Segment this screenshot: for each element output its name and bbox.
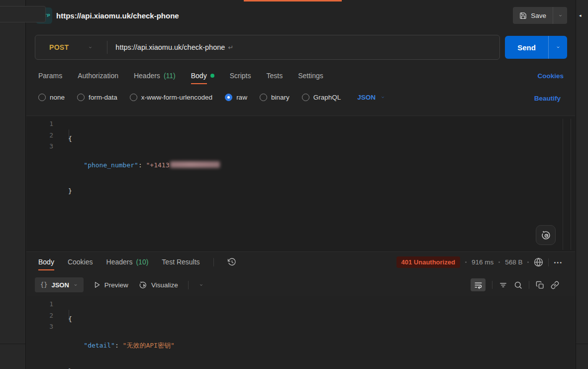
tab-params[interactable]: Params bbox=[38, 72, 62, 84]
radio-icon bbox=[130, 94, 137, 101]
response-body-viewer[interactable]: 1 2 3 { "detail": "无效的API密钥" } bbox=[26, 296, 575, 369]
url-box: POST https://api.xiaomu.uk/check-phone ↵ bbox=[35, 35, 500, 60]
response-size[interactable]: 568 B bbox=[505, 258, 522, 266]
chevron-down-icon[interactable] bbox=[198, 283, 204, 287]
response-toolbar-right bbox=[471, 278, 559, 291]
tab-settings[interactable]: Settings bbox=[298, 72, 323, 84]
response-tab-headers[interactable]: Headers(10) bbox=[106, 258, 149, 270]
tab-authorization[interactable]: Authorization bbox=[78, 72, 118, 84]
chevron-down-icon bbox=[555, 45, 561, 49]
visualize-button[interactable]: Visualize bbox=[138, 280, 178, 289]
editor-scrollbar[interactable] bbox=[563, 119, 563, 250]
response-format-selector[interactable]: {} JSON bbox=[35, 277, 84, 292]
play-icon bbox=[94, 281, 100, 288]
code-line: } bbox=[68, 186, 220, 197]
request-body-editor[interactable]: 1 2 3 { "phone_number": "+1413 } bbox=[26, 116, 575, 251]
response-header: Body Cookies Headers(10) Test Results 40… bbox=[26, 251, 575, 276]
redacted-phone-value bbox=[170, 161, 220, 168]
json-value: "+1413 bbox=[146, 161, 170, 169]
beautify-link[interactable]: Beautify bbox=[534, 95, 561, 102]
save-button-label: Save bbox=[531, 12, 546, 19]
radio-icon bbox=[302, 94, 309, 101]
enter-hint: ↵ bbox=[228, 44, 233, 51]
body-modes: none form-data x-www-form-urlencoded raw… bbox=[38, 94, 386, 101]
cookies-link[interactable]: Cookies bbox=[537, 72, 564, 80]
mode-binary[interactable]: binary bbox=[260, 94, 290, 101]
request-title: https://api.xiaomu.uk/check-phone bbox=[56, 11, 179, 20]
response-body-code: { "detail": "无效的API密钥" } bbox=[68, 299, 175, 369]
response-headers-count: (10) bbox=[136, 258, 148, 266]
tab-scripts[interactable]: Scripts bbox=[230, 72, 251, 84]
radio-icon bbox=[77, 94, 85, 101]
mode-form-data[interactable]: form-data bbox=[77, 94, 117, 101]
wrap-text-icon[interactable] bbox=[471, 278, 486, 291]
separator-dot bbox=[498, 261, 500, 263]
postbot-icon bbox=[540, 230, 551, 241]
request-tabs-row: Params Authorization Headers(11) Body Sc… bbox=[26, 68, 575, 89]
braces-icon: {} bbox=[40, 281, 47, 288]
url-input[interactable]: https://api.xiaomu.uk/check-phone bbox=[115, 43, 225, 51]
save-button-group: Save bbox=[513, 7, 567, 24]
network-globe-icon[interactable] bbox=[534, 257, 543, 267]
divider bbox=[213, 258, 214, 266]
chevron-down-icon[interactable] bbox=[88, 46, 93, 49]
mode-graphql[interactable]: GraphQL bbox=[302, 94, 341, 101]
modified-dot bbox=[210, 74, 214, 78]
filter-icon[interactable] bbox=[499, 281, 507, 289]
tab-tests[interactable]: Tests bbox=[266, 72, 283, 84]
copy-icon[interactable] bbox=[536, 281, 544, 289]
tab-headers[interactable]: Headers(11) bbox=[134, 72, 176, 84]
save-icon bbox=[519, 12, 527, 19]
save-options-button[interactable] bbox=[553, 7, 567, 24]
response-history-icon[interactable] bbox=[227, 257, 236, 266]
send-button-group: Send bbox=[505, 36, 567, 59]
method-selector[interactable]: POST bbox=[49, 43, 69, 51]
url-builder-row: POST https://api.xiaomu.uk/check-phone ↵… bbox=[26, 35, 575, 61]
mode-raw[interactable]: raw bbox=[225, 94, 247, 101]
request-header: → HTTP ← https://api.xiaomu.uk/check-pho… bbox=[26, 0, 575, 32]
request-body-code: { "phone_number": "+1413 } bbox=[68, 119, 220, 212]
response-meta: 401 Unauthorized 916 ms 568 B ••• bbox=[396, 256, 563, 268]
response-tab-test-results[interactable]: Test Results bbox=[162, 258, 199, 270]
search-icon[interactable] bbox=[514, 281, 522, 289]
send-button[interactable]: Send bbox=[505, 36, 548, 59]
request-tabs: Params Authorization Headers(11) Body Sc… bbox=[38, 72, 323, 84]
active-tab-indicator bbox=[244, 0, 342, 1]
sidebar-collapsed-box[interactable] bbox=[0, 6, 46, 22]
body-modes-row: none form-data x-www-form-urlencoded raw… bbox=[26, 92, 575, 108]
response-tab-body[interactable]: Body bbox=[38, 258, 54, 270]
tab-body[interactable]: Body bbox=[191, 72, 214, 84]
link-icon[interactable] bbox=[551, 281, 559, 289]
code-line: "phone_number": "+1413 bbox=[68, 160, 220, 171]
status-badge[interactable]: 401 Unauthorized bbox=[396, 256, 460, 268]
line-numbers: 1 2 3 bbox=[26, 299, 53, 333]
separator-dot bbox=[527, 261, 529, 263]
mode-x-www-form-urlencoded[interactable]: x-www-form-urlencoded bbox=[130, 94, 212, 101]
response-toolbar: {} JSON Preview bbox=[26, 277, 575, 295]
more-options-icon[interactable]: ••• bbox=[554, 259, 563, 265]
response-time[interactable]: 916 ms bbox=[472, 258, 493, 266]
postbot-button[interactable] bbox=[536, 225, 556, 245]
code-line: "detail": "无效的API密钥" bbox=[68, 340, 175, 352]
send-options-button[interactable] bbox=[548, 36, 567, 59]
content-type-selector[interactable]: JSON bbox=[357, 94, 386, 101]
mode-none[interactable]: none bbox=[38, 94, 65, 101]
save-button[interactable]: Save bbox=[513, 7, 553, 24]
divider bbox=[529, 281, 529, 289]
chevron-down-icon bbox=[558, 14, 563, 17]
response-tabs: Body Cookies Headers(10) Test Results bbox=[38, 257, 236, 270]
headers-count: (11) bbox=[164, 72, 176, 84]
left-sidebar bbox=[0, 0, 26, 369]
collapse-arrow-icon[interactable]: ◂ bbox=[579, 13, 582, 18]
radio-icon bbox=[260, 94, 267, 101]
divider bbox=[548, 258, 549, 266]
json-value: "无效的API密钥" bbox=[123, 342, 175, 349]
divider bbox=[107, 41, 107, 54]
response-tab-cookies[interactable]: Cookies bbox=[68, 258, 93, 270]
sparkle-circle-icon bbox=[138, 280, 147, 289]
editor-scrollbar-track bbox=[571, 119, 571, 250]
json-key: "detail" bbox=[84, 342, 115, 349]
preview-button[interactable]: Preview bbox=[94, 281, 128, 289]
line-numbers: 1 2 3 bbox=[26, 119, 53, 152]
chevron-down-icon bbox=[380, 96, 386, 99]
